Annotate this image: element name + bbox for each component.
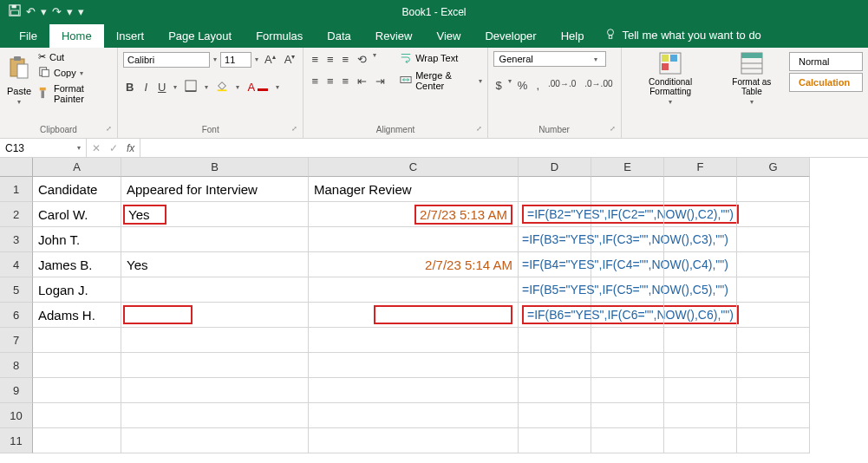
col-header[interactable]: C [309,158,519,177]
cell[interactable] [591,252,664,277]
cell[interactable] [519,328,591,353]
cell[interactable]: Candidate [33,177,121,202]
row-header[interactable]: 6 [0,303,33,328]
cell[interactable] [664,277,737,303]
cell[interactable] [737,303,810,328]
cell-style-normal[interactable]: Normal [789,52,863,71]
col-header[interactable]: D [519,158,591,177]
row-header[interactable]: 9 [0,378,33,403]
dropdown-icon[interactable]: ▾ [594,55,597,63]
cell[interactable]: 2/7/23 5:13 AM [309,202,519,227]
cell[interactable] [591,428,664,453]
cell[interactable]: =IF(B3="YES",IF(C3="",NOW(),C3),"") [519,227,591,252]
cell[interactable] [121,403,309,428]
cell[interactable] [33,378,121,403]
row-header[interactable]: 11 [0,428,33,453]
cell[interactable] [309,227,519,252]
cell[interactable] [664,328,737,353]
cell[interactable]: 2/7/23 5:14 AM [309,252,519,277]
tell-me-search[interactable]: Tell me what you want to do [596,23,769,48]
cell[interactable] [121,428,309,453]
col-header[interactable]: B [121,158,309,177]
cell[interactable] [591,177,664,202]
col-header[interactable]: A [33,158,121,177]
cell[interactable] [737,177,810,202]
fx-icon[interactable]: fx [127,142,134,154]
decrease-indent-icon[interactable]: ⇤ [355,73,369,89]
col-header[interactable]: E [591,158,664,177]
cell[interactable]: Yes [121,202,309,227]
format-as-table-button[interactable]: Format as Table ▾ [720,51,784,106]
row-header[interactable]: 3 [0,227,33,252]
cell[interactable]: =IF(B2="YES",IF(C2="",NOW(),C2),"") [519,202,591,227]
conditional-formatting-button[interactable]: Conditional Formatting ▾ [627,51,715,106]
font-size-select[interactable]: 11 [220,52,251,68]
cell[interactable] [664,403,737,428]
tab-file[interactable]: File [7,24,49,48]
dropdown-icon[interactable]: ▾ [173,83,177,91]
dropdown-icon[interactable]: ▾ [236,83,239,91]
cell[interactable] [121,353,309,378]
font-name-select[interactable]: Calibri [123,52,210,68]
format-painter-button[interactable]: Format Painter [38,83,112,104]
align-middle-icon[interactable]: ≡ [324,51,336,68]
cell[interactable]: =IF(B4="YES",IF(C4="",NOW(),C4),"") [519,252,591,277]
cell[interactable] [121,378,309,403]
accounting-format-button[interactable]: $ [493,77,505,94]
cell[interactable] [309,403,519,428]
cell[interactable] [33,403,121,428]
tab-data[interactable]: Data [315,24,362,48]
cell[interactable] [309,328,519,353]
tab-review[interactable]: Review [363,24,425,48]
increase-font-icon[interactable]: A▴ [262,51,278,68]
cell[interactable] [664,378,737,403]
row-header[interactable]: 5 [0,277,33,303]
cell[interactable] [591,353,664,378]
cell[interactable] [591,227,664,252]
cell[interactable]: Appeared for Interview [121,177,309,202]
copy-button[interactable]: Copy ▾ [38,66,112,80]
bold-button[interactable]: B [123,79,136,95]
cell[interactable] [591,202,664,227]
dropdown-icon[interactable]: ▾ [213,55,217,63]
dropdown-icon[interactable]: ▾ [255,55,258,63]
cell[interactable] [591,403,664,428]
tab-home[interactable]: Home [49,24,104,48]
align-center-icon[interactable]: ≡ [324,73,336,89]
fill-color-button[interactable] [213,78,231,96]
cell[interactable]: Logan J. [33,277,121,303]
borders-button[interactable] [182,78,199,96]
cell[interactable] [591,277,664,303]
tab-formulas[interactable]: Formulas [244,24,315,48]
cell[interactable] [309,303,519,328]
number-format-select[interactable]: General [493,51,606,67]
dropdown-icon[interactable]: ▾ [17,98,21,106]
dropdown-icon[interactable]: ▾ [205,83,208,91]
cut-button[interactable]: ✂ Cut [38,51,112,62]
cell[interactable] [519,428,591,453]
cell[interactable]: Manager Review [309,177,519,202]
cell[interactable] [737,202,810,227]
dropdown-icon[interactable]: ▾ [508,77,512,94]
dropdown-icon[interactable]: ▾ [67,5,73,18]
enter-formula-icon[interactable]: ✓ [109,142,118,154]
align-bottom-icon[interactable]: ≡ [340,51,352,68]
cell[interactable] [591,328,664,353]
underline-button[interactable]: U [155,79,168,95]
dropdown-icon[interactable]: ▾ [80,69,83,77]
wrap-text-button[interactable]: Wrap Text [400,51,481,65]
tab-developer[interactable]: Developer [473,24,548,48]
cell[interactable] [664,252,737,277]
cell[interactable]: Carol W. [33,202,121,227]
align-top-icon[interactable]: ≡ [309,51,321,68]
dropdown-icon[interactable]: ▾ [77,144,81,152]
cell[interactable]: John T. [33,227,121,252]
merge-center-button[interactable]: Merge & Center ▾ [400,70,481,91]
save-icon[interactable] [9,4,21,19]
cell[interactable] [121,227,309,252]
cell[interactable] [309,378,519,403]
select-all-corner[interactable] [0,158,33,177]
cell[interactable] [737,328,810,353]
cell[interactable] [309,353,519,378]
tab-insert[interactable]: Insert [104,24,157,48]
